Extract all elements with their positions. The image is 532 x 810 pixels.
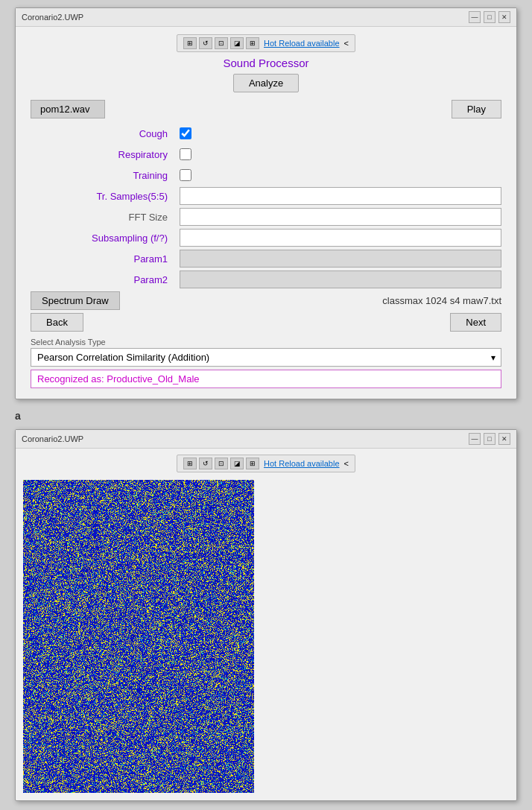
toolbar-b: ⊞ ↺ ⊡ ◪ ⊞ Hot Reload available < — [16, 449, 516, 472]
hot-reload-arrow: < — [344, 39, 349, 48]
back-button[interactable]: Back — [31, 313, 83, 332]
select-wrapper[interactable]: Pearson Correlation Similarity (Addition… — [31, 348, 501, 367]
next-button[interactable]: Next — [450, 313, 501, 332]
toolbar-b-icon-3[interactable]: ⊡ — [215, 458, 228, 469]
window-controls-b: — □ ✕ — [469, 433, 510, 445]
label-a: a — [15, 410, 517, 422]
subsampling-row: Subsampling (f/?) 4 — [31, 229, 501, 247]
spectrum-canvas — [23, 480, 254, 793]
window-a: Coronario2.UWP — □ ✕ ⊞ ↺ ⊡ ◪ ⊞ Hot R — [15, 7, 517, 399]
respiratory-checkbox[interactable] — [180, 148, 191, 160]
minimize-btn-a[interactable]: — — [469, 11, 481, 23]
hot-reload-link[interactable]: Hot Reload available — [264, 39, 340, 48]
play-button[interactable]: Play — [452, 100, 501, 118]
tr-samples-label: Tr. Samples(5:5) — [31, 191, 180, 202]
toolbar-icon-2[interactable]: ↺ — [199, 37, 212, 49]
window-a-title: Coronario2.UWP — [22, 13, 83, 22]
nav-row: Back Next — [31, 313, 501, 332]
window-controls-a: — □ ✕ — [469, 11, 510, 23]
maximize-btn-a[interactable]: □ — [484, 11, 495, 23]
fft-size-label: FFT Size — [31, 212, 180, 223]
cough-row: Cough — [31, 124, 501, 142]
param1-label: Param1 — [31, 253, 180, 265]
window-b-title: Coronario2.UWP — [22, 434, 83, 443]
recognized-box: Recognized as: Productive_Old_Male — [31, 370, 501, 388]
spectrum-draw-button[interactable]: Spectrum Draw — [31, 291, 120, 310]
toolbar-b-icon-1[interactable]: ⊞ — [183, 458, 197, 469]
cough-label: Cough — [31, 128, 180, 139]
toolbar-b-icon-5[interactable]: ⊞ — [246, 458, 259, 469]
maximize-btn-b[interactable]: □ — [484, 433, 495, 445]
subsampling-input[interactable]: 4 — [180, 229, 501, 247]
close-btn-b[interactable]: ✕ — [498, 433, 510, 445]
window-b-content: ⊞ ↺ ⊡ ◪ ⊞ Hot Reload available < — [16, 449, 516, 800]
toolbar-b-icon-4[interactable]: ◪ — [230, 458, 244, 469]
toolbar-icon-1[interactable]: ⊞ — [183, 37, 197, 49]
respiratory-row: Respiratory — [31, 145, 501, 163]
param1-row: Param1 1 — [31, 250, 501, 268]
training-checkbox[interactable] — [180, 169, 191, 181]
minimize-btn-b[interactable]: — — [469, 433, 481, 445]
toolbar-strip-b: ⊞ ↺ ⊡ ◪ ⊞ Hot Reload available < — [177, 455, 355, 472]
hot-reload-link-b[interactable]: Hot Reload available — [264, 459, 340, 468]
tr-samples-input[interactable]: 5 — [180, 187, 501, 205]
toolbar-icon-3[interactable]: ⊡ — [215, 37, 228, 49]
toolbar-icon-4[interactable]: ◪ — [230, 37, 244, 49]
toolbar-icons: ⊞ ↺ ⊡ ◪ ⊞ — [183, 37, 259, 49]
toolbar-a: ⊞ ↺ ⊡ ◪ ⊞ Hot Reload available < — [31, 34, 501, 52]
spectrum-visualization — [23, 480, 254, 793]
toolbar-strip: ⊞ ↺ ⊡ ◪ ⊞ Hot Reload available < — [177, 34, 355, 52]
cough-checkbox[interactable] — [180, 127, 191, 139]
toolbar-b-icon-2[interactable]: ↺ — [199, 458, 212, 469]
window-b: Coronario2.UWP — □ ✕ ⊞ ↺ ⊡ ◪ ⊞ Hot R — [15, 429, 517, 801]
analysis-type-select[interactable]: Pearson Correlation Similarity (Addition… — [31, 348, 501, 367]
training-row: Training — [31, 166, 501, 184]
spectrum-info: classmax 1024 s4 maw7.txt — [382, 295, 501, 306]
param2-row: Param2 1 — [31, 270, 501, 288]
subsampling-label: Subsampling (f/?) — [31, 232, 180, 244]
select-label: Select Analysis Type — [31, 338, 501, 347]
param2-input[interactable]: 1 — [180, 270, 501, 288]
toolbar-icon-5[interactable]: ⊞ — [246, 37, 259, 49]
fft-size-row: FFT Size 1024 — [31, 208, 501, 226]
toolbar-icons-b: ⊞ ↺ ⊡ ◪ ⊞ — [183, 458, 259, 469]
param2-label: Param2 — [31, 274, 180, 285]
titlebar-b: Coronario2.UWP — □ ✕ — [16, 430, 516, 449]
close-btn-a[interactable]: ✕ — [498, 11, 510, 23]
fft-size-input[interactable]: 1024 — [180, 208, 501, 226]
tr-samples-row: Tr. Samples(5:5) 5 — [31, 187, 501, 205]
file-name-label: pom12.wav — [31, 100, 105, 118]
hot-reload-arrow-b: < — [344, 459, 349, 468]
respiratory-label: Respiratory — [31, 149, 180, 160]
param1-input[interactable]: 1 — [180, 250, 501, 268]
form-area: Cough Respiratory Training — [31, 124, 501, 291]
training-label: Training — [31, 170, 180, 181]
spectrum-row: Spectrum Draw classmax 1024 s4 maw7.txt — [31, 291, 501, 310]
titlebar-a: Coronario2.UWP — □ ✕ — [16, 8, 516, 27]
app-title: Sound Processor — [31, 57, 501, 69]
file-play-row: pom12.wav Play — [31, 100, 501, 118]
analyze-button[interactable]: Analyze — [233, 74, 299, 92]
